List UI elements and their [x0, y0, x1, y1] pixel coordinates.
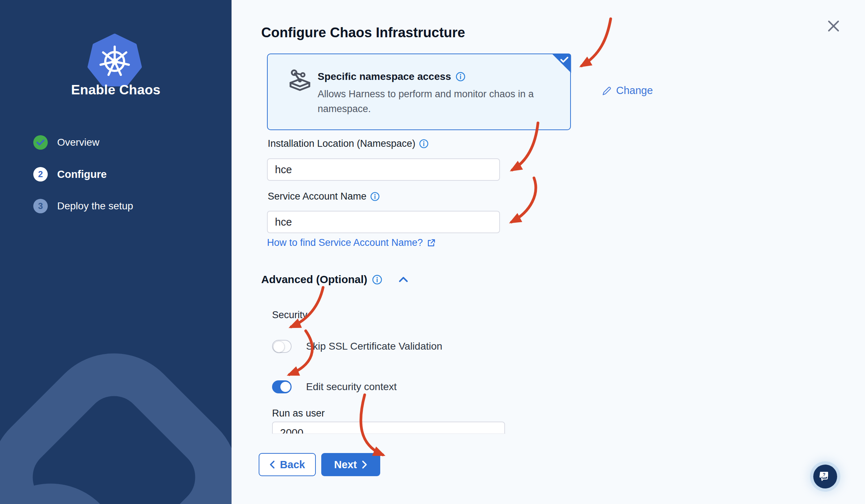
step-configure[interactable]: 2 Configure: [33, 167, 133, 181]
access-card-title: Specific namespace access: [318, 71, 451, 82]
service-account-field-label: Service Account Name: [268, 191, 380, 202]
edit-security-context-toggle[interactable]: [272, 380, 292, 393]
kubernetes-logo-icon: [88, 33, 142, 88]
back-label: Back: [280, 459, 305, 471]
page-title: Configure Chaos Infrastructure: [261, 25, 465, 40]
toggle-knob: [280, 382, 291, 392]
step-number-badge: 2: [33, 167, 48, 181]
chevron-left-icon: [270, 460, 275, 469]
namespace-access-icon: [288, 69, 312, 93]
skip-ssl-toggle[interactable]: [272, 340, 292, 353]
toggle-knob: [273, 341, 285, 353]
chat-help-icon: ?: [818, 470, 832, 483]
advanced-section-header: Advanced (Optional): [261, 273, 410, 286]
chat-help-button[interactable]: ?: [813, 465, 837, 488]
namespace-access-card[interactable]: Specific namespace access Allows Harness…: [267, 54, 571, 130]
wizard-title: Enable Chaos: [0, 82, 232, 98]
wizard-steps: Overview 2 Configure 3 Deploy the setup: [33, 135, 133, 231]
svg-text:?: ?: [823, 472, 825, 477]
run-as-user-label: Run as user: [272, 408, 325, 419]
configure-chaos-infrastructure-screen: Enable Chaos Overview 2 Configure 3 Depl…: [0, 0, 865, 504]
selected-check-badge: [552, 54, 571, 73]
pencil-icon: [601, 85, 612, 96]
step-label: Overview: [57, 137, 99, 148]
namespace-input[interactable]: [267, 158, 500, 181]
access-card-description: Allows Harness to perform and monitor ch…: [318, 87, 564, 116]
next-label: Next: [334, 459, 357, 471]
service-account-help-link[interactable]: How to find Service Account Name?: [267, 237, 436, 248]
info-icon[interactable]: [455, 72, 466, 82]
step-number-badge: 3: [33, 199, 48, 213]
chevron-right-icon: [362, 460, 367, 469]
skip-ssl-toggle-row: Skip SSL Certificate Validation: [272, 340, 442, 353]
info-icon[interactable]: [419, 139, 429, 149]
run-as-user-input[interactable]: [272, 422, 505, 434]
info-icon[interactable]: [372, 274, 382, 285]
info-icon[interactable]: [370, 192, 380, 201]
chevron-up-icon[interactable]: [397, 274, 410, 285]
step-done-check-icon: [33, 135, 48, 150]
skip-ssl-toggle-label: Skip SSL Certificate Validation: [306, 341, 442, 352]
change-link[interactable]: Change: [601, 85, 653, 97]
close-icon[interactable]: [824, 17, 843, 35]
edit-security-context-toggle-label: Edit security context: [306, 381, 397, 393]
next-button[interactable]: Next: [321, 453, 380, 476]
external-link-icon: [427, 238, 436, 248]
run-as-user-clip: [272, 422, 505, 434]
service-account-input[interactable]: [267, 211, 500, 233]
security-group-label: Security: [272, 309, 308, 321]
step-deploy-the-setup[interactable]: 3 Deploy the setup: [33, 199, 133, 213]
advanced-heading: Advanced (Optional): [261, 273, 367, 286]
back-button[interactable]: Back: [259, 453, 316, 476]
step-overview[interactable]: Overview: [33, 135, 133, 150]
change-label: Change: [616, 85, 653, 97]
step-label: Deploy the setup: [57, 200, 133, 212]
namespace-field-label: Installation Location (Namespace): [268, 138, 429, 149]
edit-security-context-toggle-row: Edit security context: [272, 380, 397, 393]
step-label: Configure: [57, 168, 107, 180]
wizard-sidebar: Enable Chaos Overview 2 Configure 3 Depl…: [0, 0, 232, 504]
